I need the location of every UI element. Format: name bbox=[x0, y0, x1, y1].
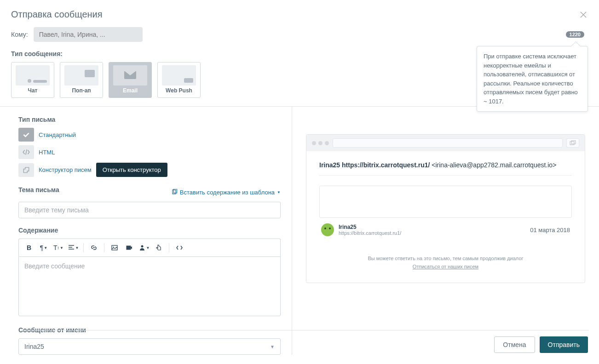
unsubscribe-link[interactable]: Отписаться от наших писем bbox=[413, 264, 478, 269]
letter-type-option-label: Конструктор писем bbox=[39, 166, 92, 173]
subject-input[interactable] bbox=[18, 202, 281, 218]
footer-divider bbox=[20, 330, 589, 330]
avatar-icon bbox=[321, 223, 334, 236]
preview-browser-chrome bbox=[306, 135, 585, 151]
cancel-button[interactable]: Отмена bbox=[494, 336, 535, 353]
email-thumb-icon bbox=[113, 65, 147, 85]
svg-point-5 bbox=[141, 245, 143, 248]
type-card-label: Web Push bbox=[166, 87, 192, 94]
letter-type-builder[interactable]: Конструктор писем Открыть конструктор bbox=[18, 163, 281, 177]
letter-type-section: Тип письма Стандартный HTML bbox=[18, 116, 281, 177]
left-pane: Тип письма Стандартный HTML bbox=[0, 107, 292, 355]
chevron-down-icon: ▼ bbox=[270, 344, 275, 349]
template-icon bbox=[172, 189, 178, 195]
svg-rect-6 bbox=[570, 142, 574, 145]
preview-sender-footer: Irina25 https://bitrix.carrotquest.ru1/ … bbox=[319, 223, 572, 236]
content-section: Содержание B ¶▼ T↕▼ ▼ bbox=[18, 227, 281, 316]
user-icon[interactable]: ▼ bbox=[138, 242, 150, 254]
type-card-webpush[interactable]: Web Push bbox=[157, 62, 201, 98]
modal-title: Отправка сообщения bbox=[11, 9, 103, 20]
codeview-icon[interactable] bbox=[173, 242, 186, 254]
type-card-email[interactable]: Email bbox=[109, 62, 152, 98]
tabs-icon bbox=[566, 138, 579, 148]
check-icon bbox=[18, 128, 34, 142]
toolbar-separator bbox=[169, 243, 169, 252]
recipient-label: Кому: bbox=[11, 31, 28, 38]
bold-icon[interactable]: B bbox=[23, 242, 35, 254]
preview-user: Irina25 https://bitrix.carrotquest.ru1/ bbox=[339, 224, 401, 236]
toolbar-separator bbox=[83, 243, 84, 252]
letter-type-option-label: Стандартный bbox=[39, 131, 76, 138]
body-split: Тип письма Стандартный HTML bbox=[0, 106, 599, 355]
modal-header: Отправка сообщения bbox=[0, 0, 599, 27]
close-icon[interactable] bbox=[579, 10, 588, 19]
content-label: Содержание bbox=[18, 227, 281, 234]
image-icon[interactable] bbox=[108, 242, 121, 254]
preview-date: 01 марта 2018 bbox=[530, 227, 570, 233]
popup-thumb-icon bbox=[64, 65, 98, 85]
subject-section: Тема письма Вставить содержание из шабло… bbox=[18, 186, 281, 218]
open-builder-button[interactable]: Открыть конструктор bbox=[96, 163, 167, 177]
preview-content-area bbox=[319, 186, 572, 218]
recipient-input[interactable] bbox=[34, 27, 143, 42]
svg-rect-4 bbox=[127, 246, 131, 250]
from-name-select[interactable]: Irina25 ▼ bbox=[18, 338, 281, 355]
svg-rect-1 bbox=[173, 189, 177, 193]
insert-template-link[interactable]: Вставить содержание из шаблона ▼ bbox=[172, 189, 281, 196]
type-card-chat[interactable]: Чат bbox=[11, 62, 54, 98]
send-message-modal: Отправка сообщения Кому: 1220 При отправ… bbox=[0, 0, 599, 364]
subject-label: Тема письма bbox=[18, 186, 59, 193]
code-icon bbox=[18, 145, 34, 159]
link-icon[interactable] bbox=[87, 242, 100, 254]
video-icon[interactable] bbox=[123, 242, 136, 254]
align-icon[interactable]: ▼ bbox=[67, 242, 80, 254]
editor-toolbar: B ¶▼ T↕▼ ▼ bbox=[18, 239, 281, 256]
letter-type-html[interactable]: HTML bbox=[18, 145, 281, 159]
pointer-icon[interactable] bbox=[152, 242, 165, 254]
from-name-section: Сообщение от имени Irina25 ▼ bbox=[18, 326, 281, 355]
preview-disclaimer: Вы можете ответить на это письмо, тем са… bbox=[319, 255, 572, 271]
recipient-wrap: 1220 bbox=[34, 27, 588, 42]
recipient-tooltip: При отправке система исключает некоррект… bbox=[477, 46, 588, 112]
letter-type-label: Тип письма bbox=[18, 116, 281, 123]
preview-from: Irina25 https://bitrix.carrotquest.ru1/ … bbox=[319, 161, 572, 176]
type-card-label: Email bbox=[123, 87, 138, 94]
chat-thumb-icon bbox=[16, 65, 50, 85]
preview-body: Irina25 https://bitrix.carrotquest.ru1/ … bbox=[306, 151, 585, 283]
content-editor[interactable]: Введите сообщение bbox=[18, 256, 281, 316]
puzzle-icon bbox=[18, 163, 34, 177]
fontsize-icon[interactable]: T↕▼ bbox=[52, 242, 65, 254]
paragraph-icon[interactable]: ¶▼ bbox=[37, 242, 50, 254]
svg-rect-0 bbox=[173, 190, 176, 194]
send-button[interactable]: Отправить bbox=[540, 336, 588, 353]
preview-urlbar bbox=[333, 138, 563, 148]
traffic-lights-icon bbox=[312, 141, 329, 145]
preview-window: Irina25 https://bitrix.carrotquest.ru1/ … bbox=[306, 134, 585, 283]
toolbar-separator bbox=[104, 243, 104, 252]
svg-rect-7 bbox=[571, 141, 576, 144]
svg-point-3 bbox=[113, 247, 114, 248]
from-name-value: Irina25 bbox=[24, 343, 44, 350]
type-card-popup[interactable]: Поп-ап bbox=[60, 62, 103, 98]
letter-type-standard[interactable]: Стандартный bbox=[18, 128, 281, 142]
recipient-count-badge: 1220 bbox=[566, 31, 584, 38]
subject-header-row: Тема письма Вставить содержание из шабло… bbox=[18, 186, 281, 198]
webpush-thumb-icon bbox=[162, 65, 196, 85]
chevron-down-icon: ▼ bbox=[277, 190, 281, 194]
type-card-label: Поп-ап bbox=[72, 87, 91, 94]
type-card-label: Чат bbox=[28, 87, 38, 94]
preview-pane: Irina25 https://bitrix.carrotquest.ru1/ … bbox=[292, 107, 599, 355]
footer-actions: Отмена Отправить bbox=[494, 336, 588, 353]
letter-type-option-label: HTML bbox=[39, 149, 55, 156]
